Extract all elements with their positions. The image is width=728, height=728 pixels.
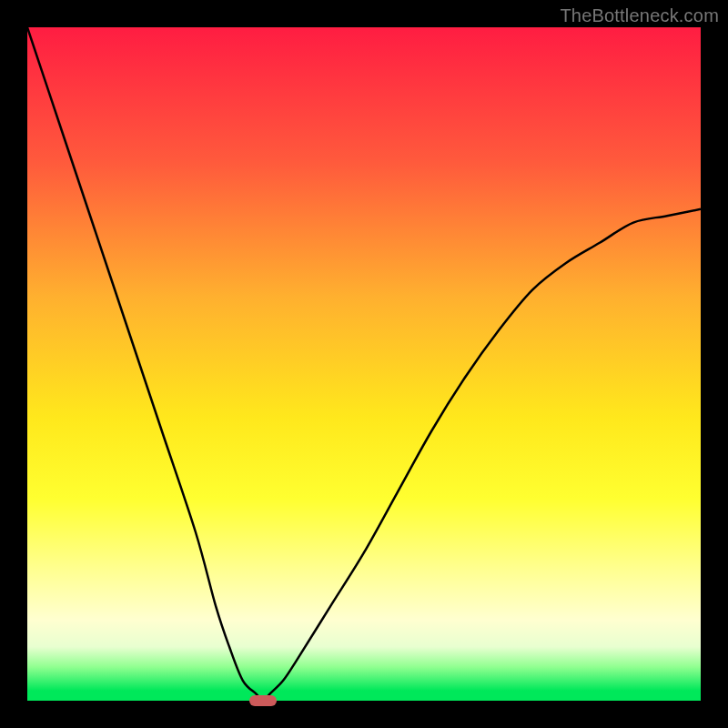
chart-plot-area [27,27,701,701]
optimal-marker [249,695,277,706]
bottleneck-curve [27,27,701,701]
watermark-text: TheBottleneck.com [560,5,719,26]
